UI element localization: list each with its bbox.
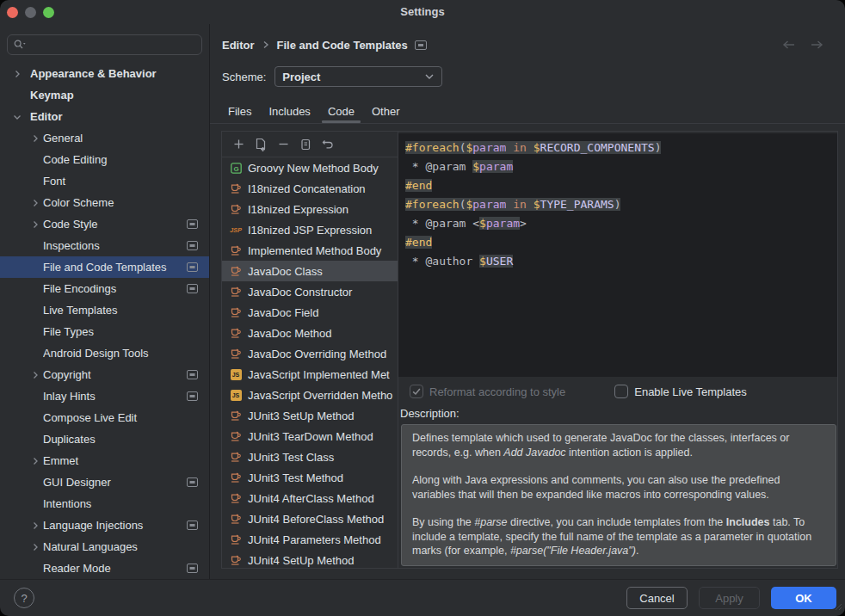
template-item-label: JavaScript Implemented Met <box>248 368 390 381</box>
sidebar-item-label: Editor <box>30 110 209 123</box>
sidebar-item-file-types[interactable]: File Types <box>0 321 209 342</box>
sidebar-item-label: Android Design Tools <box>43 347 209 360</box>
template-item-label: JUnit4 SetUp Method <box>248 554 355 567</box>
code-line: #foreach($param in $RECORD_COMPONENTS) <box>405 139 837 157</box>
template-item-label: JavaDoc Constructor <box>248 286 352 299</box>
sidebar-item-language-injections[interactable]: Language Injections <box>0 514 209 536</box>
sidebar-item-intentions[interactable]: Intentions <box>0 493 209 514</box>
sidebar-item-duplicates[interactable]: Duplicates <box>0 428 209 450</box>
sidebar-item-file-and-code-templates[interactable]: File and Code Templates <box>0 256 209 278</box>
main-panel: Editor File and Code Templates Scheme: P… <box>210 24 845 580</box>
template-item-junit3-test-method[interactable]: JUnit3 Test Method <box>222 467 398 488</box>
chevron-right-icon[interactable] <box>30 542 43 552</box>
tab-files[interactable]: Files <box>220 100 259 123</box>
scheme-dropdown[interactable]: Project <box>274 66 442 87</box>
template-item-junit4-afterclass-method[interactable]: JUnit4 AfterClass Method <box>222 488 398 508</box>
scheme-value: Project <box>282 71 424 83</box>
tab-code[interactable]: Code <box>320 100 362 123</box>
chevron-right-icon[interactable] <box>30 521 43 531</box>
sidebar-item-android-design-tools[interactable]: Android Design Tools <box>0 342 209 364</box>
chevron-right-icon[interactable] <box>30 198 43 208</box>
sidebar-item-file-encodings[interactable]: File Encodings <box>0 278 209 299</box>
template-item-javadoc-class[interactable]: JavaDoc Class <box>222 261 398 281</box>
create-from-template-icon[interactable] <box>254 138 268 151</box>
template-item-junit3-teardown-method[interactable]: JUnit3 TearDown Method <box>222 426 398 447</box>
sidebar-item-reader-mode[interactable]: Reader Mode <box>0 557 209 579</box>
chevron-right-icon[interactable] <box>30 370 43 380</box>
template-item-label: JavaDoc Overriding Method <box>248 348 386 360</box>
sidebar-item-editor[interactable]: Editor <box>0 106 209 127</box>
java-cup-icon <box>230 513 242 525</box>
revert-icon[interactable] <box>321 138 335 151</box>
resize-grip-icon[interactable] <box>835 601 842 613</box>
tab-other[interactable]: Other <box>364 100 408 123</box>
template-item-javadoc-method[interactable]: JavaDoc Method <box>222 323 398 343</box>
enable-live-templates-label: Enable Live Templates <box>634 385 747 398</box>
sidebar-item-label: Appearance & Behavior <box>30 67 209 80</box>
remove-icon[interactable] <box>276 138 290 151</box>
ok-button[interactable]: OK <box>771 587 836 609</box>
template-item-groovy-new-method-body[interactable]: GGroovy New Method Body <box>222 157 398 178</box>
footer-buttons: Cancel Apply OK <box>626 587 836 609</box>
sidebar-item-emmet[interactable]: Emmet <box>0 450 209 471</box>
help-button[interactable]: ? <box>14 588 34 608</box>
window-title: Settings <box>0 5 845 18</box>
settings-search-field[interactable] <box>7 34 202 55</box>
sidebar-item-gui-designer[interactable]: GUI Designer <box>0 471 209 493</box>
template-item-javadoc-overriding-method[interactable]: JavaDoc Overriding Method <box>222 343 398 364</box>
add-icon[interactable] <box>231 138 245 151</box>
sidebar-item-label: File Encodings <box>43 282 187 295</box>
template-item-junit3-setup-method[interactable]: JUnit3 SetUp Method <box>222 405 398 426</box>
template-item-junit4-setup-method[interactable]: JUnit4 SetUp Method <box>222 550 398 568</box>
chevron-right-icon[interactable] <box>30 133 43 144</box>
chevron-right-icon[interactable] <box>12 69 30 79</box>
template-item-javascript-implemented-met[interactable]: JSJavaScript Implemented Met <box>222 364 398 385</box>
dialog-footer: ? Cancel Apply OK <box>0 579 845 616</box>
search-input[interactable] <box>30 38 196 52</box>
sidebar-item-live-templates[interactable]: Live Templates <box>0 299 209 321</box>
template-item-javascript-overridden-metho[interactable]: JSJavaScript Overridden Metho <box>222 385 398 405</box>
sidebar-item-code-style[interactable]: Code Style <box>0 213 209 235</box>
chevron-right-icon[interactable] <box>30 456 43 466</box>
tab-includes[interactable]: Includes <box>261 100 318 123</box>
template-item-junit3-test-class[interactable]: JUnit3 Test Class <box>222 447 398 467</box>
sidebar-item-inlay-hints[interactable]: Inlay Hints <box>0 385 209 407</box>
sidebar-item-font[interactable]: Font <box>0 170 209 192</box>
sidebar-item-keymap[interactable]: Keymap <box>0 84 209 106</box>
breadcrumb-editor[interactable]: Editor <box>222 39 255 52</box>
sidebar-item-inspections[interactable]: Inspections <box>0 235 209 256</box>
enable-live-templates-checkbox[interactable]: Enable Live Templates <box>614 385 747 398</box>
chevron-right-icon[interactable] <box>30 219 43 230</box>
java-cup-icon <box>230 554 242 566</box>
template-item-label: JUnit4 BeforeClass Method <box>248 513 384 526</box>
template-item-javadoc-field[interactable]: JavaDoc Field <box>222 302 398 323</box>
java-cup-icon <box>230 492 242 504</box>
chevron-down-icon[interactable] <box>12 112 30 122</box>
duplicate-icon[interactable] <box>299 138 312 151</box>
template-item-junit4-beforeclass-method[interactable]: JUnit4 BeforeClass Method <box>222 508 398 529</box>
sidebar-item-code-editing[interactable]: Code Editing <box>0 149 209 170</box>
sidebar-item-label: Duplicates <box>43 433 209 446</box>
template-item-junit4-parameters-method[interactable]: JUnit4 Parameters Method <box>222 529 398 550</box>
template-code-editor[interactable]: #foreach($param in $RECORD_COMPONENTS) *… <box>398 133 837 377</box>
sidebar-item-label: Compose Live Edit <box>43 411 209 424</box>
sidebar-item-general[interactable]: General <box>0 127 209 149</box>
sidebar-item-color-scheme[interactable]: Color Scheme <box>0 192 209 213</box>
template-item-implemented-method-body[interactable]: Implemented Method Body <box>222 240 398 261</box>
template-item-javadoc-constructor[interactable]: JavaDoc Constructor <box>222 281 398 302</box>
sidebar-item-appearance-behavior[interactable]: Appearance & Behavior <box>0 63 209 84</box>
cancel-button[interactable]: Cancel <box>626 587 688 609</box>
sidebar-item-copyright[interactable]: Copyright <box>0 364 209 385</box>
templates-content: GGroovy New Method BodyI18nized Concaten… <box>221 131 838 569</box>
template-item-i18nized-concatenation[interactable]: I18nized Concatenation <box>222 178 398 199</box>
sidebar-item-compose-live-edit[interactable]: Compose Live Edit <box>0 407 209 428</box>
sidebar-item-natural-languages[interactable]: Natural Languages <box>0 536 209 557</box>
java-cup-icon <box>230 203 242 215</box>
template-list: GGroovy New Method BodyI18nized Concaten… <box>222 157 398 568</box>
settings-sidebar: Appearance & BehaviorKeymapEditorGeneral… <box>0 24 210 580</box>
template-item-i18nized-jsp-expression[interactable]: JSPI18nized JSP Expression <box>222 219 398 240</box>
template-item-label: I18nized Expression <box>248 203 348 216</box>
settings-window: Settings Appearance & BehaviorKeymapEdit… <box>0 0 845 616</box>
template-item-i18nized-expression[interactable]: I18nized Expression <box>222 199 398 219</box>
back-icon <box>781 40 797 50</box>
